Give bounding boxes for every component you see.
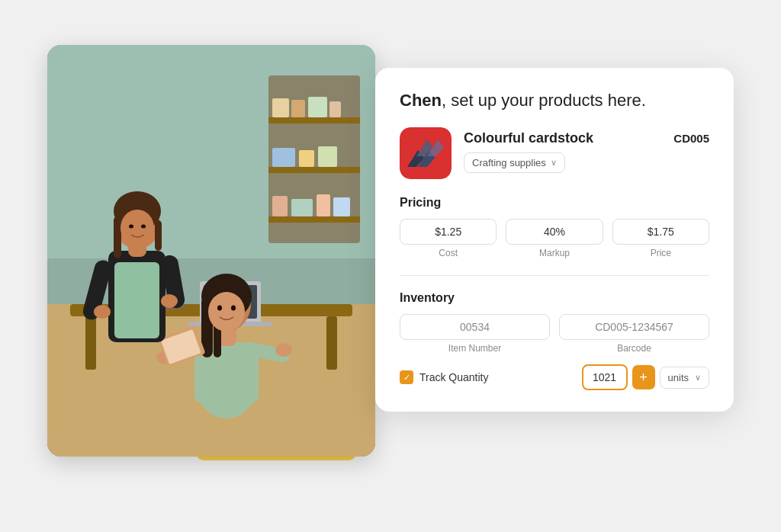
svg-point-53: [121, 210, 154, 246]
cost-label: Cost: [400, 248, 497, 258]
svg-rect-7: [272, 98, 289, 117]
price-input[interactable]: [612, 219, 709, 245]
track-quantity-label: Track Quantity: [419, 371, 489, 383]
markup-label: Markup: [506, 248, 603, 258]
product-header: Colourful cardstock CD005 Crafting suppl…: [400, 127, 709, 179]
price-label: Price: [612, 248, 709, 258]
category-dropdown[interactable]: Crafting supplies ∨: [464, 152, 565, 173]
track-quantity-checkbox[interactable]: ✓: [400, 370, 413, 384]
units-dropdown[interactable]: units ∨: [660, 367, 709, 389]
pricing-section-title: Pricing: [400, 196, 709, 210]
shop-illustration: [47, 45, 375, 457]
product-code: CD005: [673, 132, 709, 145]
inventory-fields-row: Item Number Barcode: [400, 314, 709, 354]
svg-rect-10: [329, 101, 341, 117]
units-label: units: [668, 372, 689, 383]
cost-field: Cost: [400, 219, 497, 258]
svg-rect-8: [291, 100, 305, 117]
main-scene: Chen, set up your products here. Colourf…: [47, 30, 734, 502]
svg-rect-17: [333, 197, 350, 216]
svg-point-37: [208, 292, 245, 332]
svg-point-43: [275, 343, 292, 357]
svg-rect-6: [268, 216, 360, 223]
units-chevron-icon: ∨: [695, 373, 701, 383]
form-card: Chen, set up your products here. Colourf…: [375, 68, 734, 412]
svg-rect-5: [268, 167, 360, 173]
svg-rect-19: [85, 316, 96, 370]
svg-rect-51: [114, 216, 121, 258]
plus-button[interactable]: +: [632, 365, 655, 389]
svg-rect-12: [299, 150, 314, 167]
svg-rect-20: [326, 316, 337, 370]
price-field: Price: [612, 219, 709, 258]
barcode-field: Barcode: [559, 314, 709, 354]
item-number-input[interactable]: [400, 314, 550, 340]
barcode-input[interactable]: [559, 314, 709, 340]
svg-point-59: [161, 294, 178, 308]
svg-rect-14: [272, 196, 288, 216]
svg-rect-11: [272, 148, 295, 167]
pricing-section: Pricing Cost Markup Price: [400, 196, 709, 258]
svg-rect-15: [291, 199, 313, 216]
section-divider: [400, 275, 709, 276]
item-number-label: Item Number: [400, 343, 550, 354]
markup-field: Markup: [506, 219, 603, 258]
inventory-section-title: Inventory: [400, 291, 709, 305]
svg-point-38: [217, 306, 222, 311]
svg-point-39: [231, 306, 236, 311]
category-label: Crafting supplies: [472, 157, 546, 168]
svg-rect-9: [308, 97, 327, 117]
shop-scene-bg: [47, 45, 375, 457]
product-info: Colourful cardstock CD005 Crafting suppl…: [464, 127, 709, 173]
markup-input[interactable]: [506, 219, 603, 245]
svg-point-58: [94, 305, 111, 319]
svg-rect-4: [268, 117, 360, 123]
track-quantity-container: ✓ Track Quantity: [400, 370, 573, 384]
user-name: Chen: [400, 91, 442, 110]
pricing-fields-row: Cost Markup Price: [400, 219, 709, 258]
svg-rect-13: [318, 146, 337, 167]
inventory-section: Inventory Item Number Barcode ✓ Track Qu: [400, 291, 709, 390]
track-quantity-row: ✓ Track Quantity + units ∨: [400, 364, 709, 390]
product-icon: [400, 127, 452, 179]
product-name: Colourful cardstock: [464, 130, 593, 146]
svg-point-54: [129, 225, 133, 229]
svg-point-55: [141, 225, 146, 229]
form-title-text: , set up your products here.: [442, 91, 646, 110]
quantity-row: + units ∨: [582, 364, 709, 390]
photo-card: [47, 45, 375, 457]
barcode-label: Barcode: [559, 343, 709, 354]
svg-rect-47: [114, 262, 159, 338]
chevron-down-icon: ∨: [551, 158, 557, 168]
cost-input[interactable]: [400, 219, 497, 245]
form-title: Chen, set up your products here.: [400, 91, 709, 111]
svg-rect-16: [317, 194, 330, 216]
checkmark-icon: ✓: [403, 373, 410, 382]
svg-rect-52: [155, 220, 162, 251]
item-number-field: Item Number: [400, 314, 550, 354]
quantity-input[interactable]: [582, 364, 628, 390]
product-name-row: Colourful cardstock CD005: [464, 130, 709, 146]
